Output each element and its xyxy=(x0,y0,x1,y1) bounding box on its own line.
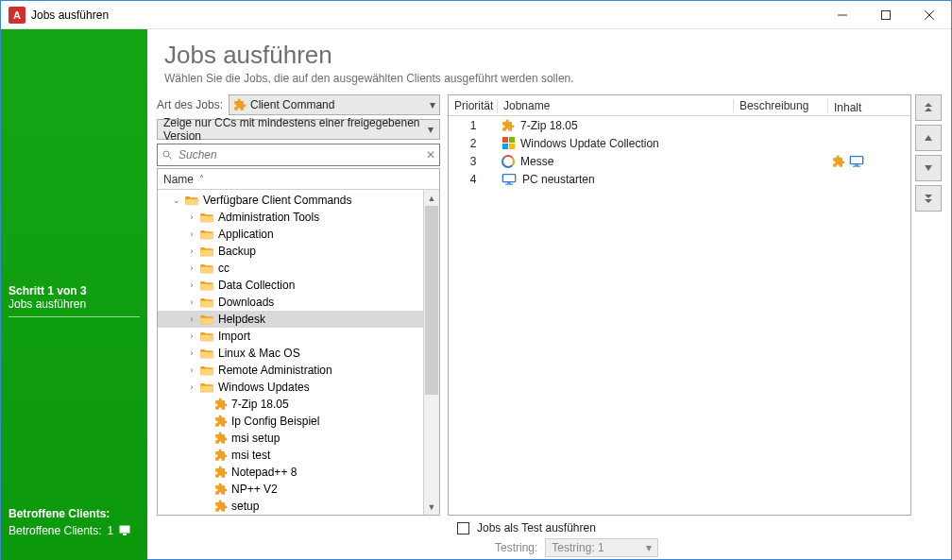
scroll-thumb[interactable] xyxy=(425,206,438,395)
tree-item[interactable]: 7-Zip 18.05 xyxy=(158,396,423,413)
tree-item[interactable]: msi test xyxy=(158,447,423,464)
expand-icon[interactable]: › xyxy=(186,331,197,341)
tree-folder[interactable]: ›Import xyxy=(158,328,423,345)
tree-item[interactable]: msi setup xyxy=(158,430,423,447)
tree-folder-label: Backup xyxy=(218,245,256,258)
tree-item-label: 7-Zip 18.05 xyxy=(231,398,289,411)
col-description[interactable]: Beschreibung xyxy=(734,99,828,112)
scroll-up-icon[interactable]: ▲ xyxy=(424,190,439,206)
job-row[interactable]: 17-Zip 18.05 xyxy=(449,116,910,134)
tree-folder[interactable]: ›Helpdesk xyxy=(158,311,423,328)
tree-body[interactable]: ⌄ Verfügbare Client Commands ›Administra… xyxy=(158,190,423,515)
tree-folder-label: Linux & Mac OS xyxy=(218,347,300,360)
chevron-down-icon: ▾ xyxy=(430,98,435,111)
puzzle-icon xyxy=(214,449,228,462)
folder-icon xyxy=(199,211,214,224)
scroll-down-icon[interactable]: ▼ xyxy=(424,499,439,515)
expand-icon[interactable]: › xyxy=(186,297,197,307)
tree-folder[interactable]: ›Administration Tools xyxy=(158,209,423,226)
job-rows: 17-Zip 18.052Windows Update Collection3M… xyxy=(449,116,910,515)
wizard-sidebar: Schritt 1 von 3 Jobs ausführen Betroffen… xyxy=(1,29,147,560)
tree-folder[interactable]: ›Data Collection xyxy=(158,277,423,294)
tree-folder[interactable]: ›Downloads xyxy=(158,294,423,311)
expand-icon[interactable]: › xyxy=(186,229,197,239)
job-type-value: Client Command xyxy=(250,98,334,111)
job-content xyxy=(828,155,910,168)
maximize-button[interactable] xyxy=(864,1,908,29)
move-bottom-button[interactable] xyxy=(915,185,942,212)
tree-root[interactable]: ⌄ Verfügbare Client Commands xyxy=(158,192,423,209)
job-name: Windows Update Collection xyxy=(520,137,659,150)
clear-search-icon[interactable]: ✕ xyxy=(426,148,435,161)
tree-col-name: Name xyxy=(163,173,194,186)
test-run-row: Jobs als Test ausführen xyxy=(457,519,942,536)
tree-folder-label: Import xyxy=(218,330,250,343)
svg-rect-4 xyxy=(120,526,129,533)
expand-icon[interactable]: › xyxy=(186,263,197,273)
tree-scrollbar[interactable]: ▲ ▼ xyxy=(423,190,439,515)
tree-folder[interactable]: ›cc xyxy=(158,260,423,277)
job-priority: 1 xyxy=(449,119,498,132)
tree-item-label: NP++ V2 xyxy=(231,483,278,496)
tree-item[interactable]: Ip Config Beispiel xyxy=(158,413,423,430)
job-name: 7-Zip 18.05 xyxy=(520,119,578,132)
testring-row: Testring: Testring: 1 ▾ xyxy=(457,536,942,559)
tree-folder[interactable]: ›Backup xyxy=(158,243,423,260)
expand-icon[interactable]: › xyxy=(186,246,197,256)
affected-count: 1 xyxy=(108,524,114,537)
tree-folder[interactable]: ›Windows Updates xyxy=(158,379,423,396)
tree-folder-label: Windows Updates xyxy=(218,381,310,394)
expand-icon[interactable]: › xyxy=(186,365,197,375)
job-row[interactable]: 3Messe xyxy=(449,152,910,170)
testring-combo: Testring: 1 ▾ xyxy=(545,538,658,557)
tree-folder[interactable]: ›Application xyxy=(158,226,423,243)
page-subtitle: Wählen Sie die Jobs, die auf den ausgewä… xyxy=(164,72,934,85)
test-checkbox-label: Jobs als Test ausführen xyxy=(477,521,596,535)
job-row[interactable]: 2Windows Update Collection xyxy=(449,134,910,152)
col-jobname[interactable]: Jobname xyxy=(498,99,734,112)
tree-item[interactable]: Notepad++ 8 xyxy=(158,464,423,481)
tree-item[interactable]: NP++ V2 xyxy=(158,481,423,498)
expand-icon[interactable]: › xyxy=(186,314,197,324)
puzzle-icon xyxy=(214,398,228,411)
expand-icon[interactable]: › xyxy=(186,280,197,290)
svg-line-7 xyxy=(169,157,172,160)
test-checkbox[interactable] xyxy=(457,522,469,535)
expand-icon[interactable]: › xyxy=(186,348,197,358)
tree-folder-label: Application xyxy=(218,228,274,241)
svg-rect-9 xyxy=(855,164,858,165)
puzzle-icon xyxy=(214,432,228,445)
tree-folder-label: Downloads xyxy=(218,296,274,309)
filter-combo[interactable]: Zeige nur CCs mit mindestens einer freig… xyxy=(157,119,440,140)
expand-icon[interactable]: › xyxy=(186,212,197,222)
folder-icon xyxy=(199,364,214,377)
tree-folder[interactable]: ›Remote Administration xyxy=(158,362,423,379)
chevron-down-icon: ▾ xyxy=(646,541,652,554)
pc-icon xyxy=(502,173,517,186)
close-button[interactable] xyxy=(908,1,951,29)
move-down-button[interactable] xyxy=(915,155,942,181)
ring-icon xyxy=(502,155,515,168)
tree-panel: Name ˄ ⌄ Verfügbare Client Comman xyxy=(157,168,440,516)
move-up-button[interactable] xyxy=(915,125,942,151)
sort-asc-icon: ˄ xyxy=(199,174,204,184)
tree-item[interactable]: setup xyxy=(158,498,423,515)
tree-header[interactable]: Name ˄ xyxy=(158,169,439,190)
folder-open-icon xyxy=(184,194,199,207)
job-type-combo[interactable]: Client Command ▾ xyxy=(229,94,440,115)
collapse-icon[interactable]: ⌄ xyxy=(171,195,182,205)
minimize-button[interactable] xyxy=(821,1,864,29)
affected-title: Betroffene Clients: xyxy=(8,507,140,520)
col-priority[interactable]: Priorität xyxy=(449,99,498,112)
folder-icon xyxy=(199,245,214,258)
col-content[interactable]: Inhalt xyxy=(828,97,910,114)
job-list-header: Priorität Jobname Beschreibung Inhalt xyxy=(449,95,910,116)
job-priority: 3 xyxy=(449,155,498,168)
move-top-button[interactable] xyxy=(915,94,942,121)
tree-folder[interactable]: ›Linux & Mac OS xyxy=(158,345,423,362)
search-input[interactable] xyxy=(177,147,426,162)
expand-icon[interactable]: › xyxy=(186,382,197,392)
folder-icon xyxy=(199,313,214,326)
job-name: Messe xyxy=(520,155,553,168)
job-row[interactable]: 4PC neustarten xyxy=(449,170,910,188)
